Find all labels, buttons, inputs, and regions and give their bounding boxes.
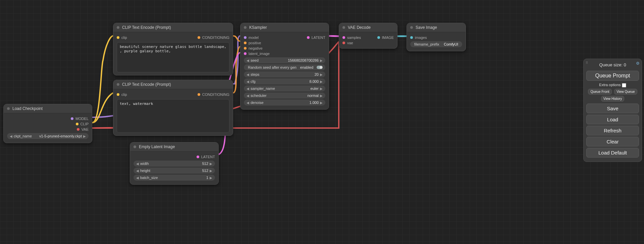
filename-prefix-widget[interactable]: filename_prefixComfyUI xyxy=(410,41,462,47)
save-button[interactable]: Save xyxy=(586,104,639,113)
arrow-right-icon[interactable]: ▶ xyxy=(210,162,212,166)
node-dot-icon xyxy=(342,26,345,29)
node-load-checkpoint[interactable]: Load Checkpoint MODEL CLIP VAE ◀ ckpt_na… xyxy=(3,104,92,143)
arrow-left-icon[interactable]: ◀ xyxy=(247,101,249,105)
input-latent-image-label: latent_image xyxy=(249,52,270,56)
random-seed-label: Random seed after every gen xyxy=(248,65,297,69)
output-image-port[interactable] xyxy=(377,36,380,39)
input-clip-label: clip xyxy=(121,93,127,97)
title-text: Load Checkpoint xyxy=(12,106,43,111)
node-title[interactable]: CLIP Text Encode (Prompt) xyxy=(113,23,233,32)
input-vae-label: vae xyxy=(347,41,353,45)
node-save-image[interactable]: Save Image images filename_prefixComfyUI xyxy=(407,23,466,51)
prompt-textarea[interactable]: text, watermark xyxy=(117,99,229,133)
node-clip-encode-negative[interactable]: CLIP Text Encode (Prompt) clip CONDITION… xyxy=(113,80,233,136)
view-history-button[interactable]: View History xyxy=(601,96,624,102)
prompt-textarea[interactable]: beautiful scenery nature glass bottle la… xyxy=(117,42,229,72)
queue-prompt-button[interactable]: Queue Prompt xyxy=(586,71,639,81)
arrow-right-icon[interactable]: ▶ xyxy=(320,80,323,83)
batch-size-widget[interactable]: ◀batch_size1▶ xyxy=(133,175,215,181)
arrow-right-icon[interactable]: ▶ xyxy=(320,94,323,98)
random-seed-toggle[interactable] xyxy=(317,66,323,69)
sampler-name-widget[interactable]: ◀sampler_nameeuler▶ xyxy=(244,85,325,92)
output-conditioning-port[interactable] xyxy=(198,93,200,96)
output-latent-port[interactable] xyxy=(307,36,310,39)
control-panel[interactable]: ⠿ ⚙ Queue size: 0 Queue Prompt Extra opt… xyxy=(583,59,642,162)
sampler-name-value: euler xyxy=(275,86,319,90)
node-empty-latent-image[interactable]: Empty Latent Image LATENT ◀width512▶ ◀he… xyxy=(130,142,219,185)
arrow-left-icon[interactable]: ◀ xyxy=(247,59,249,62)
denoise-widget[interactable]: ◀denoise1.000▶ xyxy=(244,100,325,106)
arrow-right-icon[interactable]: ▶ xyxy=(210,169,212,173)
cfg-label: cfg xyxy=(251,79,256,83)
input-positive-port[interactable] xyxy=(244,42,247,44)
width-widget[interactable]: ◀width512▶ xyxy=(133,161,215,167)
arrow-right-icon[interactable]: ▶ xyxy=(320,73,323,76)
ckpt-name-widget[interactable]: ◀ ckpt_name v1-5-pruned-emaonly.ckpt ▶ xyxy=(7,133,89,139)
cfg-widget[interactable]: ◀cfg8.000▶ xyxy=(244,78,325,84)
random-seed-value: enabled xyxy=(297,65,313,69)
arrow-right-icon[interactable]: ▶ xyxy=(320,101,323,105)
arrow-left-icon[interactable]: ◀ xyxy=(247,73,249,76)
input-clip-port[interactable] xyxy=(117,36,119,39)
input-negative-port[interactable] xyxy=(244,47,247,50)
node-title[interactable]: KSampler xyxy=(240,23,329,32)
output-latent-port[interactable] xyxy=(197,156,199,158)
output-clip-label: CLIP xyxy=(80,122,89,126)
node-title[interactable]: Load Checkpoint xyxy=(4,104,92,113)
node-ksampler[interactable]: KSampler model LATENT positive negative … xyxy=(240,23,329,110)
clear-button[interactable]: Clear xyxy=(586,137,639,146)
node-vae-decode[interactable]: VAE Decode samples IMAGE vae xyxy=(339,23,397,49)
random-seed-widget[interactable]: Random seed after every genenabled xyxy=(244,64,325,70)
node-title[interactable]: VAE Decode xyxy=(339,23,397,32)
node-title[interactable]: Empty Latent Image xyxy=(130,142,218,151)
arrow-left-icon[interactable]: ◀ xyxy=(247,87,249,90)
sampler-name-label: sampler_name xyxy=(251,86,275,90)
output-model-label: MODEL xyxy=(75,117,89,121)
node-title[interactable]: CLIP Text Encode (Prompt) xyxy=(113,80,233,89)
node-clip-encode-positive[interactable]: CLIP Text Encode (Prompt) clip CONDITION… xyxy=(113,23,233,75)
refresh-button[interactable]: Refresh xyxy=(586,126,639,135)
drag-handle-icon[interactable]: ⠿ xyxy=(586,61,589,65)
input-model-port[interactable] xyxy=(244,36,247,39)
view-queue-button[interactable]: View Queue xyxy=(614,89,637,95)
arrow-right-icon[interactable]: ▶ xyxy=(320,59,323,62)
input-negative-label: negative xyxy=(249,46,263,50)
steps-widget[interactable]: ◀steps20▶ xyxy=(244,71,325,77)
arrow-left-icon[interactable]: ◀ xyxy=(136,169,139,173)
gear-icon[interactable]: ⚙ xyxy=(636,61,640,66)
arrow-right-icon[interactable]: ▶ xyxy=(83,134,86,138)
scheduler-widget[interactable]: ◀schedulernormal▶ xyxy=(244,93,325,99)
output-conditioning-port[interactable] xyxy=(198,36,200,39)
arrow-right-icon[interactable]: ▶ xyxy=(210,176,212,180)
arrow-right-icon[interactable]: ▶ xyxy=(320,87,323,90)
arrow-left-icon[interactable]: ◀ xyxy=(136,176,139,180)
batch-size-value: 1 xyxy=(158,176,208,180)
seed-label: seed xyxy=(251,58,259,62)
load-button[interactable]: Load xyxy=(586,115,639,124)
seed-widget[interactable]: ◀seed156680208700286▶ xyxy=(244,57,325,63)
extra-options-checkbox[interactable] xyxy=(622,83,626,87)
output-model-port[interactable] xyxy=(71,117,73,120)
title-text: Empty Latent Image xyxy=(139,144,175,149)
input-samples-port[interactable] xyxy=(342,36,345,39)
extra-options-row[interactable]: Extra options xyxy=(586,82,639,88)
input-images-port[interactable] xyxy=(410,36,413,39)
arrow-left-icon[interactable]: ◀ xyxy=(247,80,249,83)
queue-front-button[interactable]: Queue Front xyxy=(588,89,611,95)
title-text: CLIP Text Encode (Prompt) xyxy=(122,25,171,30)
height-widget[interactable]: ◀height512▶ xyxy=(133,168,215,174)
output-vae-port[interactable] xyxy=(77,128,79,131)
input-clip-port[interactable] xyxy=(117,93,119,96)
input-vae-port[interactable] xyxy=(342,42,345,44)
filename-prefix-label: filename_prefix xyxy=(414,42,439,46)
node-title[interactable]: Save Image xyxy=(407,23,466,32)
arrow-left-icon[interactable]: ◀ xyxy=(10,134,12,138)
arrow-left-icon[interactable]: ◀ xyxy=(136,162,139,166)
output-latent-label: LATENT xyxy=(312,36,325,40)
input-latent-image-port[interactable] xyxy=(244,52,247,55)
width-label: width xyxy=(140,162,149,166)
arrow-left-icon[interactable]: ◀ xyxy=(247,94,249,98)
output-clip-port[interactable] xyxy=(76,123,78,125)
load-default-button[interactable]: Load Default xyxy=(586,148,639,158)
